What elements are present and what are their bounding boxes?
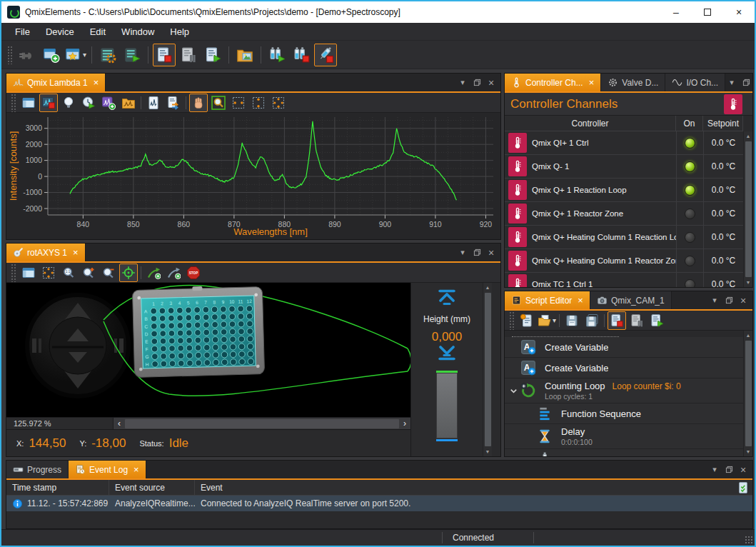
setpoint-cell[interactable]: 0.0 °C	[703, 249, 743, 272]
column-header-event[interactable]: Event	[195, 480, 737, 495]
close-button[interactable]: ×	[723, 1, 755, 23]
canvas-vscrollbar[interactable]: ▲ ▼	[483, 283, 492, 456]
panel-close-button[interactable]: ×	[485, 246, 498, 259]
scroll-down-icon[interactable]: ▼	[744, 278, 752, 287]
controller-row[interactable]: Qmix TC 1 Ctrl 10.0 °C	[505, 273, 743, 287]
favorites-button[interactable]: ▾	[64, 44, 87, 66]
menu-file[interactable]: File	[7, 23, 38, 40]
media-gallery-button[interactable]	[233, 44, 256, 66]
controller-vscrollbar[interactable]: ▲ ▼	[743, 131, 752, 287]
vscroll-thumb[interactable]	[485, 293, 491, 446]
power-led[interactable]	[685, 209, 695, 219]
panel-float-button[interactable]	[470, 76, 483, 89]
controller-row[interactable]: Qmix Q+ 1 Reaction Loop0.0 °C	[505, 179, 743, 202]
column-header-setpoint[interactable]: Setpoint	[703, 116, 743, 131]
tab-rotaxys-1[interactable]: rotAXYS 1×	[6, 244, 86, 261]
panel-menu-button[interactable]: ▾	[456, 246, 469, 259]
toolbar-drag-handle[interactable]	[7, 46, 12, 64]
panel-float-button[interactable]	[740, 76, 752, 89]
vscroll-thumb[interactable]	[745, 141, 752, 277]
column-header-on[interactable]: On	[676, 116, 703, 131]
stop-script-button[interactable]	[153, 44, 176, 66]
show-window-button[interactable]	[19, 94, 38, 112]
script-item-create-variable[interactable]: ACreate Variable	[505, 358, 743, 378]
panel-float-button[interactable]	[722, 294, 735, 307]
scroll-up-icon[interactable]: ▲	[744, 331, 752, 340]
controller-row[interactable]: Qmix QI+ 1 Ctrl0.0 °C	[505, 131, 743, 155]
panel-float-button[interactable]	[470, 246, 483, 259]
tab-i-o-ch[interactable]: I/O Ch...	[665, 74, 725, 91]
move-to-bottom-button[interactable]	[433, 344, 461, 361]
toolbar-drag-handle[interactable]	[11, 94, 16, 112]
column-header-controller[interactable]: Controller	[505, 116, 676, 131]
dropdown-caret-icon[interactable]: ▾	[83, 51, 86, 59]
stop-script-button[interactable]	[608, 311, 626, 330]
new-script-button[interactable]	[518, 311, 536, 330]
menu-edit[interactable]: Edit	[82, 23, 114, 40]
controller-row[interactable]: Qmix Q- 10.0 °C	[505, 155, 743, 179]
controller-row[interactable]: Qmix Q+ Heating Column 1 Reaction Loop0.…	[505, 226, 743, 249]
add-spectrum-button[interactable]	[99, 94, 118, 112]
add-window-button[interactable]	[40, 44, 63, 66]
start-process-button[interactable]	[121, 44, 143, 66]
tab-close-icon[interactable]: ×	[578, 295, 583, 306]
power-led[interactable]	[685, 138, 695, 149]
zoom-original-button[interactable]: 1:1	[59, 264, 78, 282]
setpoint-cell[interactable]: 0.0 °C	[703, 131, 743, 154]
show-window-button[interactable]	[19, 264, 38, 282]
stop-axis-button[interactable]: STOP	[184, 264, 203, 282]
resize-grip[interactable]	[745, 536, 753, 544]
scroll-down-icon[interactable]: ▼	[483, 447, 492, 456]
tab-qmix-cam-1[interactable]: Qmix_CAM_1	[590, 291, 672, 309]
spectrum-chart[interactable]: 840 850 860 870 880 890 900 910 920 -200…	[6, 113, 500, 239]
tab-close-icon[interactable]: ×	[94, 77, 99, 88]
setpoint-cell[interactable]: 0.0 °C	[703, 226, 743, 249]
hscroll-track[interactable]: ‹ ›	[114, 418, 410, 429]
positioning-canvas[interactable]: 123456789101112ABCDEFGH	[6, 283, 410, 417]
open-spectra-button[interactable]	[119, 94, 138, 112]
menu-device[interactable]: Device	[38, 23, 82, 40]
zoom-select-button[interactable]	[209, 94, 228, 112]
stop-dosage-button[interactable]	[314, 44, 337, 66]
menu-window[interactable]: Window	[114, 23, 162, 40]
column-header-event-source[interactable]: Event source	[109, 480, 195, 495]
fit-view-button[interactable]	[39, 264, 58, 282]
minimize-button[interactable]: –	[660, 1, 692, 23]
export-data-button[interactable]	[164, 94, 183, 112]
scroll-up-icon[interactable]: ▲	[483, 283, 492, 292]
controller-row[interactable]: Qmix Q+ Heating Column 1 Reactor Zone0.0…	[505, 249, 743, 273]
add-move-green-button[interactable]	[144, 264, 163, 282]
record-spectrum-button[interactable]	[39, 94, 58, 112]
pause-script-button[interactable]	[628, 311, 646, 330]
move-to-top-button[interactable]	[433, 288, 461, 306]
scroll-right-icon[interactable]: ›	[399, 418, 410, 428]
configure-process-button[interactable]	[96, 44, 119, 66]
fit-horizontal-button[interactable]	[229, 94, 248, 112]
tab-close-icon[interactable]: ×	[589, 77, 595, 88]
panel-close-button[interactable]: ×	[737, 463, 750, 476]
save-all-button[interactable]	[583, 311, 601, 330]
toolbar-drag-handle[interactable]	[509, 311, 514, 330]
tab-event-log[interactable]: Event Log×	[69, 461, 146, 478]
log-row[interactable]: 11.12. - 15:57:42:869AnalyzeIQRealtime..…	[6, 496, 752, 511]
tab-controller-ch[interactable]: Controller Ch...×	[505, 74, 601, 91]
toolbar-drag-handle[interactable]	[11, 264, 16, 282]
vscroll-thumb[interactable]	[745, 341, 752, 446]
panel-float-button[interactable]	[722, 463, 735, 476]
add-move-blue-button[interactable]	[164, 264, 183, 282]
open-script-button[interactable]: ▾	[538, 311, 556, 330]
maximize-button[interactable]	[692, 1, 723, 23]
run-script-button[interactable]	[201, 44, 224, 66]
center-tool-button[interactable]	[119, 264, 138, 282]
power-led[interactable]	[685, 279, 695, 288]
hscroll-thumb[interactable]	[125, 419, 399, 428]
zoom-out-button[interactable]	[99, 264, 118, 282]
scroll-up-icon[interactable]: ▲	[744, 131, 752, 141]
tab-script-editor[interactable]: Script Editor×	[505, 291, 590, 309]
dropdown-caret-icon[interactable]: ▾	[553, 316, 556, 324]
panel-menu-button[interactable]: ▾	[708, 463, 721, 476]
setpoint-cell[interactable]: 0.0 °C	[703, 155, 743, 178]
expander-icon[interactable]	[509, 386, 519, 396]
power-led[interactable]	[685, 232, 695, 243]
connect-devices-button[interactable]	[16, 44, 39, 66]
